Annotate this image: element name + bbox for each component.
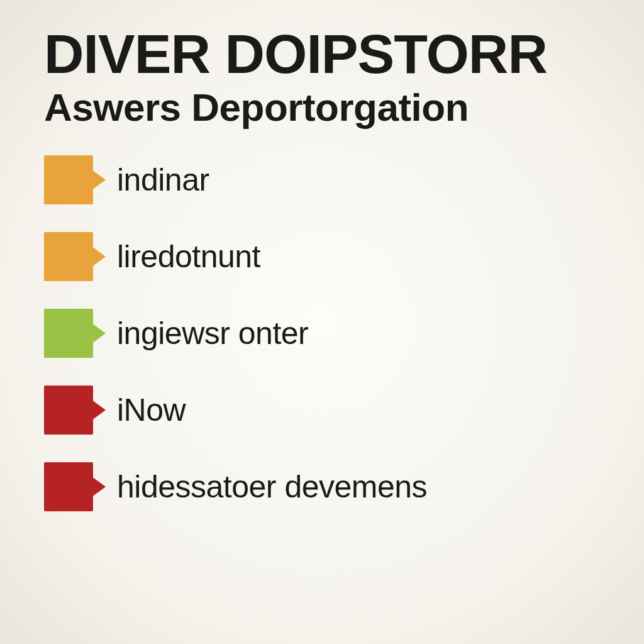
list-item: liredotnunt	[44, 232, 613, 281]
color-swatch	[44, 386, 93, 435]
color-swatch	[44, 232, 93, 281]
pointer-icon	[87, 243, 106, 270]
item-label: hidessatoer devemens	[117, 469, 427, 505]
color-swatch	[44, 462, 93, 511]
legend-list: indinar liredotnunt ingiewsr onter iNow …	[44, 155, 613, 511]
pointer-icon	[87, 166, 106, 194]
color-swatch	[44, 155, 93, 204]
pointer-icon	[87, 396, 106, 424]
pointer-icon	[87, 473, 106, 501]
list-item: iNow	[44, 386, 613, 435]
item-label: liredotnunt	[117, 238, 260, 275]
list-item: hidessatoer devemens	[44, 462, 613, 511]
page-title: DIVER DOIPSTORR	[44, 25, 613, 83]
pointer-icon	[87, 319, 106, 347]
list-item: indinar	[44, 155, 613, 204]
item-label: indinar	[117, 162, 209, 198]
page-subtitle: Aswers Deportorgation	[44, 87, 613, 128]
item-label: iNow	[117, 392, 186, 428]
list-item: ingiewsr onter	[44, 309, 613, 358]
item-label: ingiewsr onter	[117, 315, 308, 352]
color-swatch	[44, 309, 93, 358]
